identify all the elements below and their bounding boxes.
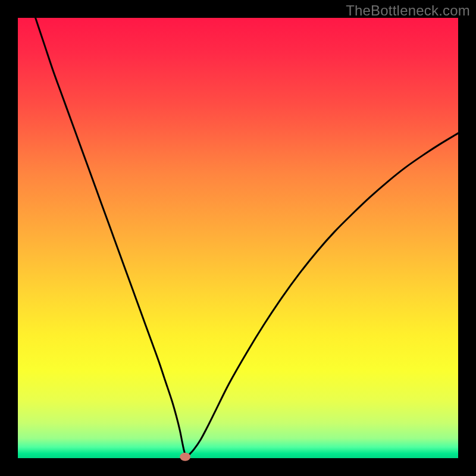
bottleneck-plot: [0, 0, 476, 476]
watermark-text: TheBottleneck.com: [346, 2, 470, 19]
plot-background-gradient: [18, 18, 458, 458]
optimum-marker: [180, 453, 190, 461]
chart-stage: TheBottleneck.com: [0, 0, 476, 476]
